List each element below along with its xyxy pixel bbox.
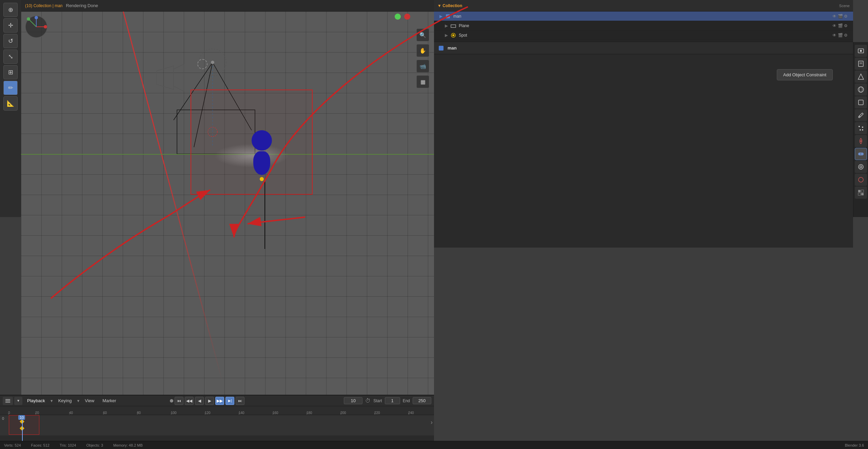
scale-tool[interactable]: ⤡	[3, 50, 18, 64]
svg-point-41	[860, 166, 862, 168]
svg-point-34	[860, 129, 861, 131]
app-version: Blender 3.6	[845, 443, 864, 447]
svg-marker-9	[174, 64, 184, 91]
keyframe-dot[interactable]	[170, 399, 173, 403]
ruler-mark-180: 180	[307, 411, 312, 415]
plane-icon	[451, 23, 456, 28]
dot-green	[395, 14, 401, 20]
playback-menu[interactable]: Playback	[24, 397, 48, 404]
ruler-mark-240: 240	[408, 411, 414, 415]
status-memory: Memory: 48.2 MB	[113, 443, 143, 447]
add-object-constraint-button[interactable]: Add Object Constraint	[777, 69, 833, 80]
ruler-mark-40: 40	[69, 411, 73, 415]
clock-icon: ⏱	[365, 398, 371, 404]
scene-props-icon[interactable]	[855, 71, 867, 83]
playback-dropdown-arrow[interactable]: ▼	[50, 399, 54, 403]
transform-tool[interactable]: ⊞	[3, 65, 18, 79]
status-verts: Verts: 524	[4, 443, 21, 447]
start-frame-input[interactable]	[385, 397, 400, 404]
pan-icon[interactable]: ✋	[416, 44, 429, 57]
svg-point-42	[859, 177, 863, 182]
properties-panel: man Add Object Constraint	[434, 42, 853, 248]
viewport-3d[interactable]: 🔍 ✋ 📹 ▦	[21, 12, 434, 395]
outliner-item-spot[interactable]: ▶ Spot 👁 🎬 ⚙	[434, 31, 853, 40]
timeline-dropdown[interactable]: ▼	[14, 397, 22, 405]
camera-view-icon[interactable]: 📹	[416, 60, 429, 73]
timeline-collapse-button[interactable]: ›	[431, 419, 433, 426]
keying-dropdown-arrow[interactable]: ▼	[76, 399, 80, 403]
world-props-icon[interactable]	[855, 83, 867, 96]
play-button[interactable]: ▶	[205, 397, 214, 405]
timeline-content[interactable]: 0	[0, 415, 434, 435]
svg-point-33	[862, 126, 863, 128]
current-frame-input[interactable]	[344, 397, 362, 404]
svg-rect-18	[451, 25, 456, 27]
spot-visibility: 👁 🎬 ⚙	[832, 33, 848, 38]
output-props-icon[interactable]	[855, 58, 867, 70]
svg-point-23	[860, 50, 862, 52]
prev-frame-button[interactable]: ◀	[195, 397, 204, 405]
rotate-tool[interactable]: ↺	[3, 34, 18, 48]
object-name-spot: Spot	[459, 33, 467, 38]
status-objects: Objects: 3	[86, 443, 103, 447]
ruler-mark-200: 200	[340, 411, 346, 415]
object-props-icon[interactable]	[855, 96, 867, 109]
zoom-icon[interactable]: 🔍	[416, 28, 429, 41]
object-name-man: man	[453, 14, 461, 19]
end-frame-input[interactable]	[413, 397, 431, 404]
cursor-tool[interactable]: ⊕	[3, 3, 18, 17]
render-props-icon[interactable]	[855, 45, 867, 57]
svg-point-16	[35, 16, 38, 19]
frame-info: ⏱ Start End	[344, 397, 431, 404]
outliner-list: ▶ man 👁 🎬 ⚙ ▶ Plane 👁 🎬 ⚙ ▶ Spot 👁 🎬 ⚙	[434, 12, 853, 42]
keying-menu[interactable]: Keying	[55, 397, 75, 404]
move-tool[interactable]: ✛	[3, 18, 18, 33]
timeline-mode-button[interactable]	[3, 397, 13, 405]
view-menu[interactable]: View	[81, 397, 98, 404]
small-camera-gizmo	[197, 59, 208, 69]
svg-point-32	[859, 126, 860, 127]
viewport-nav-icons: 🔍 ✋ 📹 ▦	[416, 28, 429, 88]
prev-keyframe-button[interactable]: ◀◀	[185, 397, 194, 405]
data-props-icon[interactable]	[855, 161, 867, 173]
outliner-collection: ▼ Collection	[437, 3, 462, 8]
jump-end-button[interactable]: ⏭	[236, 397, 244, 405]
ruler-mark-120: 120	[205, 411, 211, 415]
next-frame-button[interactable]: ▶▶	[215, 397, 224, 405]
svg-point-35	[862, 129, 863, 131]
ruler-mark-140: 140	[239, 411, 244, 415]
annotate-tool[interactable]: ✏	[3, 81, 18, 95]
material-props-icon[interactable]	[855, 174, 867, 186]
object-name-plane: Plane	[459, 23, 469, 28]
outliner-item-plane[interactable]: ▶ Plane 👁 🎬 ⚙	[434, 21, 853, 31]
constraints-props-icon[interactable]	[855, 148, 867, 160]
physics-props-icon[interactable]	[855, 135, 867, 147]
measure-tool[interactable]: 📐	[3, 96, 18, 111]
svg-rect-30	[859, 100, 863, 105]
particles-props-icon[interactable]	[855, 122, 867, 134]
frame-zero-label: 0	[2, 416, 4, 421]
svg-point-36	[860, 140, 862, 142]
checker-props-icon[interactable]	[855, 187, 867, 199]
expand-icon-plane: ▶	[445, 23, 448, 28]
dot-red	[404, 14, 410, 20]
scene-objects	[21, 12, 434, 395]
properties-icons	[853, 42, 868, 217]
viewport-gizmo[interactable]	[21, 12, 52, 42]
viewport-status-dots	[395, 14, 410, 20]
next-keyframe-button[interactable]: ▶|	[225, 397, 234, 405]
marker-menu[interactable]: Marker	[99, 397, 119, 404]
ruler-mark-100: 100	[171, 411, 177, 415]
transport-controls: ⏮ ◀◀ ◀ ▶ ▶▶ ▶| ⏭	[170, 397, 244, 405]
ruler-mark-160: 160	[273, 411, 278, 415]
svg-point-40	[859, 164, 863, 169]
end-label: End	[403, 398, 410, 403]
svg-point-28	[858, 87, 864, 92]
modifier-props-icon[interactable]	[855, 109, 867, 121]
grid-icon[interactable]: ▦	[416, 75, 429, 88]
svg-point-29	[860, 87, 862, 92]
playhead-frame-label: 10	[18, 415, 25, 420]
svg-point-7	[211, 61, 214, 64]
outliner-item-man[interactable]: ▶ man 👁 🎬 ⚙	[434, 12, 853, 21]
jump-start-button[interactable]: ⏮	[175, 397, 183, 405]
